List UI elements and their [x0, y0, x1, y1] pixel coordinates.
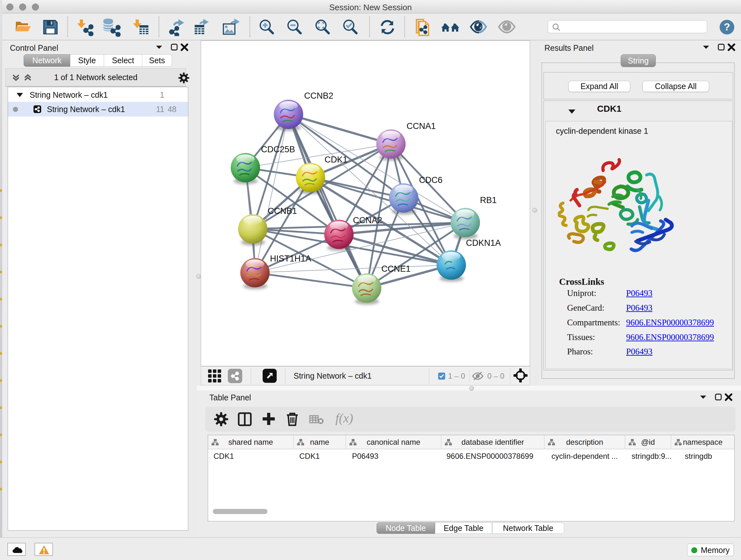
svg-text:CDKN1A: CDKN1A	[466, 238, 501, 248]
svg-text:CDC25B: CDC25B	[261, 145, 295, 154]
svg-text:CCNB1: CCNB1	[268, 206, 297, 216]
svg-text:RB1: RB1	[480, 195, 497, 205]
svg-text:CCNA1: CCNA1	[407, 121, 436, 131]
svg-text:CCNB2: CCNB2	[304, 91, 333, 101]
svg-text:CDC6: CDC6	[419, 175, 443, 185]
svg-text:CCNE1: CCNE1	[381, 264, 411, 273]
svg-text:HIST1H1A: HIST1H1A	[270, 254, 311, 263]
svg-text:CDK1: CDK1	[325, 155, 347, 165]
svg-text:?: ?	[724, 21, 730, 33]
svg-text:CCNA2: CCNA2	[353, 215, 382, 225]
